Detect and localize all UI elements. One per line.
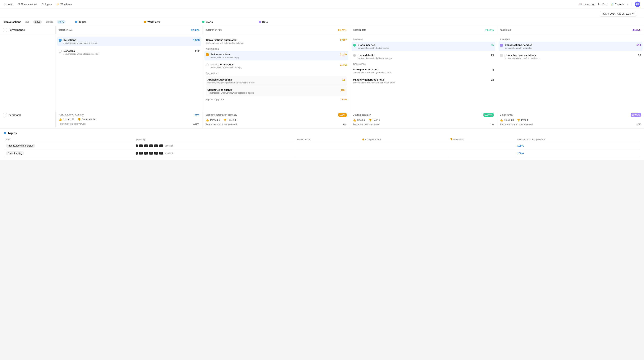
bots-poor-count: 0 [527, 119, 528, 121]
topic-popularity: very high [135, 142, 296, 149]
nav-topics-label: Topics [45, 3, 52, 6]
agents-apply-rate-label: Agents apply rate [206, 98, 224, 101]
auto-generated-title: Auto generated drafts [353, 68, 490, 71]
nav-chevron[interactable]: ▾ [627, 3, 628, 6]
feedback-section: ↑ Feedback Topic detection accuracy 81% … [0, 111, 644, 128]
bar-seg [141, 144, 142, 147]
passed-count: 0 [219, 119, 220, 121]
bar-seg [150, 152, 151, 155]
topic-pill-2[interactable]: Order tracking [6, 151, 24, 155]
unused-drafts-title: Unused drafts [358, 54, 489, 57]
nav-separator [632, 2, 632, 6]
bar-seg [140, 144, 141, 147]
bar-seg [141, 152, 142, 155]
bar-seg [160, 152, 161, 155]
feedback-title: ↑ Feedback [3, 113, 52, 117]
bar-seg [152, 144, 153, 147]
applied-suggestions-sub: manually by agents (consider auto-applyi… [208, 82, 340, 84]
bar-seg [157, 144, 158, 147]
nav-knowledge[interactable]: 📖 Knowledge [579, 2, 595, 6]
drafts-header-label: Drafts [206, 21, 213, 24]
nav-workflows[interactable]: ⚡ Workflows [56, 2, 72, 6]
drafts-inserted-text: Drafts inserted conversations with draft… [358, 44, 489, 49]
drafts-good-label: Good [357, 119, 363, 121]
detections-text: Detections conversations with at least o… [64, 39, 191, 44]
topics-accuracy-label: Topic detection accuracy [59, 113, 84, 116]
drafts-vote-group: 👍 Good 2 👎 Poor 0 [353, 119, 494, 122]
bar-seg [149, 152, 150, 155]
drafts-inserted-icon [353, 44, 356, 47]
no-topics-icon [59, 50, 62, 53]
nav-left: ⌂ Home ✉ Conversations ◇ Topics ⚡ Workfl… [4, 2, 579, 6]
workflows-accuracy-value: 100% [338, 113, 346, 117]
bar-seg [147, 152, 148, 155]
nav-topics[interactable]: ◇ Topics [42, 2, 52, 6]
partial-auto-text: Partial automations auto-applied macros … [210, 63, 338, 69]
drafts-poor-count: 0 [379, 119, 380, 121]
bar-seg [144, 144, 145, 147]
nav-knowledge-label: Knowledge [583, 3, 595, 6]
nav-conversations[interactable]: ✉ Conversations [18, 2, 37, 6]
nav-bots[interactable]: 💬 Bots [598, 2, 608, 6]
partial-auto-title: Partial automations [210, 63, 338, 66]
topics-section-header: Topics [75, 21, 86, 24]
conversations-handled-title: Conversations handled [505, 44, 634, 47]
workflows-feedback-col: Workflow automation accuracy 100% 👍 Pass… [203, 111, 350, 128]
unresolved-text: Unresolved conversations conversations n… [505, 54, 636, 59]
full-auto-title: Full automations [210, 53, 338, 56]
drafts-dot [202, 21, 204, 23]
nav-home[interactable]: ⌂ Home [4, 2, 13, 6]
bots-poor-label: Poor [521, 119, 526, 121]
conversations-automated-sub: conversations with auto-applied actions [206, 42, 338, 44]
nav-workflows-label: Workflows [60, 3, 72, 6]
drafts-performance-col: Insertions Drafts inserted conversations… [350, 34, 497, 111]
corrected-count: 14 [93, 118, 96, 121]
topic-accuracy-2: 100% [516, 150, 640, 157]
drafts-accuracy-value: 100%% [484, 113, 494, 117]
bar-seg [154, 152, 155, 155]
bar-seg [136, 152, 137, 155]
bar-seg [144, 152, 145, 155]
topic-examples-2 [360, 150, 448, 157]
topics-accuracy-value: 81% [194, 113, 200, 116]
feedback-icon: ↑ [3, 113, 7, 117]
full-auto-text: Full automations auto-applied macros wit… [210, 53, 338, 59]
date-range-badge[interactable]: Jul 30, 2024 - Aug 06, 2024 ▾ [600, 11, 636, 17]
bar-seg [159, 152, 160, 155]
manually-generated-title: Manually generated drafts [353, 78, 489, 81]
workflows-section-header: Workflows [144, 21, 160, 24]
no-topics-title: No topics [64, 50, 193, 52]
home-icon: ⌂ [4, 3, 5, 6]
manually-generated-count: 73 [491, 78, 494, 81]
bots-section-header: Bots [259, 21, 268, 24]
bar-seg [162, 152, 163, 155]
agents-apply-rate-row: Agents apply rate 7.94% [206, 97, 347, 102]
unresolved-sub: conversations not handled end-to-end [505, 57, 636, 59]
topics-vote-group: 👍 Correct 61 👎 Corrected 14 [59, 118, 200, 121]
automation-rate-label: automation rate [206, 29, 222, 31]
suggested-agents-title: Suggested to agents [208, 88, 339, 91]
nav-reports[interactable]: 📊 Reports [610, 2, 624, 6]
correct-label: Correct [63, 118, 70, 121]
avatar: ZB [635, 2, 640, 7]
unresolved-title: Unresolved conversations [505, 54, 636, 57]
manually-generated-row: Manually generated drafts conversations … [353, 76, 494, 86]
unresolved-count: 80 [638, 54, 641, 57]
topic-examples [360, 142, 448, 149]
correct-count: 61 [72, 118, 74, 121]
conversations-automated-count: 2,917 [340, 39, 346, 42]
topics-thead: topic popularity conversations 👍 example… [4, 137, 640, 142]
topics-feedback-col: Topic detection accuracy 81% 👍 Correct 6… [56, 111, 203, 128]
nav-bots-label: Bots [602, 3, 608, 6]
topic-pill[interactable]: Product recommendation [6, 144, 35, 148]
suggested-agents-text: Suggested to agents conversations with w… [208, 88, 339, 94]
drafts-inserted-row: Drafts inserted conversations with draft… [352, 42, 496, 51]
suggested-agents-sub: conversations with workflows suggested t… [208, 92, 339, 94]
topic-accuracy: 100% [516, 142, 640, 149]
topics-icon: ◇ [42, 3, 44, 6]
detection-rate-label: detection rate [59, 29, 72, 31]
unused-drafts-sub: conversations with drafts not inserted [358, 57, 489, 59]
topic-popularity-2: very high [135, 150, 296, 157]
bar-seg [136, 144, 137, 147]
corrected-vote: 👎 Corrected 14 [78, 118, 96, 121]
